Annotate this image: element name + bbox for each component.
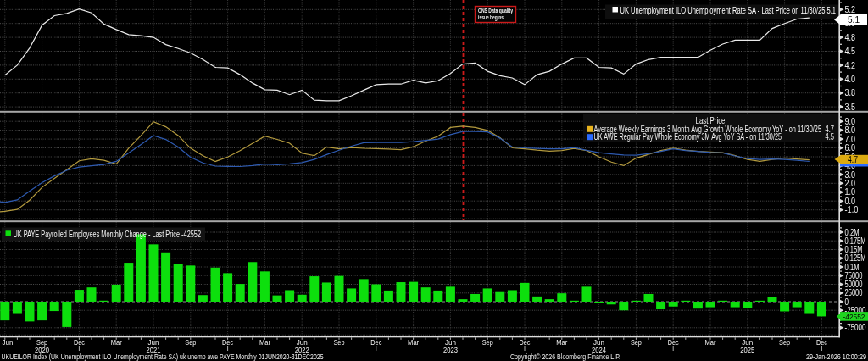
svg-text:2025: 2025 [740,346,754,354]
svg-text:-1.0: -1.0 [845,205,859,214]
svg-text:3.0: 3.0 [845,170,856,180]
svg-text:2.0: 2.0 [845,179,856,188]
svg-text:Sep: Sep [334,338,345,347]
svg-text:Copyright© 2026 Bloomberg Fina: Copyright© 2026 Bloomberg Finance L.P. [510,353,620,361]
svg-text:UK Unemployment ILO Unemployme: UK Unemployment ILO Unemployment Rate SA… [620,5,837,15]
svg-text:-42552: -42552 [843,313,865,321]
svg-text:4.7: 4.7 [848,155,858,164]
svg-text:6.0: 6.0 [845,143,856,153]
svg-text:4.8: 4.8 [845,33,856,42]
svg-text:Dec: Dec [520,338,531,347]
svg-text:Dec: Dec [370,338,381,347]
svg-text:UK AWE Regular Pay Whole Econo: UK AWE Regular Pay Whole Economy 3M Avg … [594,131,782,142]
svg-text:9.0: 9.0 [845,117,856,126]
svg-text:issue begins: issue begins [478,14,504,21]
svg-text:Mar: Mar [556,338,567,347]
svg-text:Jun: Jun [3,338,14,347]
svg-text:0.0: 0.0 [845,197,856,206]
svg-text:-75000: -75000 [845,323,866,332]
svg-text:Mar: Mar [408,338,419,347]
svg-text:Sep: Sep [482,338,493,347]
svg-text:Dec: Dec [222,338,233,347]
svg-text:29-Jan-2026 10:00:29: 29-Jan-2026 10:00:29 [806,353,866,361]
svg-text:Dec: Dec [74,338,85,347]
svg-text:7.0: 7.0 [845,135,856,144]
svg-text:3.5: 3.5 [845,103,856,112]
svg-text:2023: 2023 [443,346,458,354]
svg-text:Mar: Mar [705,338,716,347]
svg-text:Dec: Dec [668,338,679,347]
svg-text:Mar: Mar [111,338,122,347]
svg-text:Sep: Sep [779,338,790,347]
svg-text:4.2: 4.2 [845,61,856,70]
svg-text:1.0: 1.0 [845,187,856,197]
svg-text:UK PAYE Payrolled Employees Mo: UK PAYE Payrolled Employees Monthly Chan… [14,229,202,239]
svg-text:4.5: 4.5 [826,131,835,142]
svg-text:5.2: 5.2 [845,5,856,14]
svg-text:UKUEILOR Index (UK Unemploymen: UKUEILOR Index (UK Unemployment ILO Unem… [2,353,324,361]
svg-text:Sep: Sep [185,338,196,347]
svg-text:4.5: 4.5 [845,47,856,56]
svg-text:Mar: Mar [259,338,270,347]
svg-text:Dec: Dec [816,338,827,347]
svg-text:5.1: 5.1 [848,14,860,25]
svg-text:3.8: 3.8 [845,88,856,97]
svg-text:8.0: 8.0 [845,125,856,135]
svg-text:Sep: Sep [631,338,642,347]
svg-text:4.0: 4.0 [845,75,856,84]
